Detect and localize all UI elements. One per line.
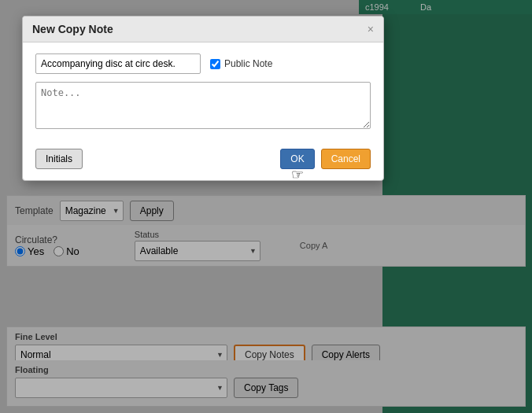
modal-footer: Initials OK ☞ Cancel [23,142,383,180]
modal-close-button[interactable]: × [368,24,374,35]
modal-header: New Copy Note × [23,17,383,42]
ok-button[interactable]: OK [280,149,314,169]
new-copy-note-modal: New Copy Note × Public Note Initials OK … [22,16,384,181]
modal-body: Public Note [23,42,383,142]
public-note-label[interactable]: Public Note [210,58,272,69]
title-row: Public Note [35,53,371,74]
note-textarea[interactable] [35,82,371,129]
ok-btn-wrap: OK ☞ [280,149,314,169]
public-note-checkbox[interactable] [210,59,220,69]
initials-button[interactable]: Initials [35,149,83,169]
cancel-button[interactable]: Cancel [321,149,371,169]
public-note-text: Public Note [224,58,272,69]
modal-title: New Copy Note [32,23,113,35]
title-input[interactable] [35,53,201,74]
